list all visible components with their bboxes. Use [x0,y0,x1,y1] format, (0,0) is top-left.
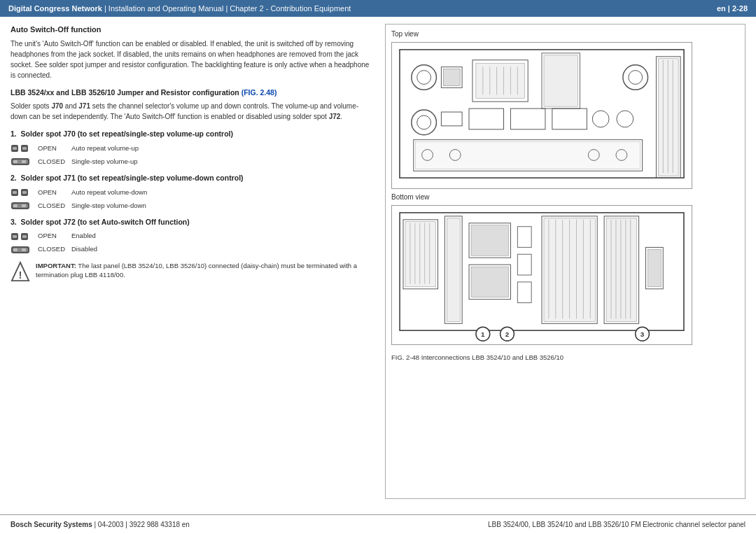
header-page-ref: en | 2-28 [717,4,748,13]
solder-j72-closed-row: CLOSED Disabled [10,244,374,255]
solder-j72-heading: 3. Solder spot J72 (to set Auto-switch O… [10,217,374,228]
header-subtitle: | Installation and Operating Manual | Ch… [102,4,351,13]
page-header: Digital Congress Network | Installation … [0,0,756,17]
svg-rect-15 [22,204,26,207]
svg-rect-1 [13,147,17,150]
jumper-closed-icon [10,156,34,167]
footer-right: LBB 3524/00, LBB 3524/10 and LBB 3526/10… [488,521,746,528]
important-label: IMPORTANT: [36,262,76,269]
important-body: The last panel (LBB 3524/10, LBB 3526/10… [36,262,357,279]
svg-rect-22 [13,248,18,251]
j70-open-label: OPEN [38,143,71,153]
lbb-config-heading: LBB 3524/xx and LBB 3526/10 Jumper and R… [10,87,374,99]
svg-rect-19 [22,235,27,238]
j72-closed-label: CLOSED [38,244,71,254]
left-column: Auto Switch-Off function The unit's 'Aut… [10,24,374,499]
svg-text:1: 1 [481,330,485,338]
important-text-block: IMPORTANT: The last panel (LBB 3524/10, … [36,261,374,280]
svg-rect-89 [606,218,637,322]
solder-j71-section: 2. Solder spot J71 (to set repeat/single… [10,173,374,211]
svg-text:!: ! [19,269,22,281]
svg-rect-6 [13,160,18,163]
page-footer: Bosch Security Systems | 04-2003 | 3922 … [0,514,756,534]
svg-rect-23 [22,248,26,251]
fig-caption: FIG. 2-48 Interconnections LBB 3524/10 a… [391,353,739,361]
j72-closed-desc: Disabled [71,244,97,254]
important-note: ! IMPORTANT: The last panel (LBB 3524/10… [10,261,374,283]
solder-j71-desc: (to set repeat/single-step volume-down c… [78,174,244,182]
footer-left: Bosch Security Systems | 04-2003 | 3922 … [10,521,190,528]
svg-rect-44 [544,55,578,106]
diagram-container: Top view [391,30,739,493]
header-title: Digital Congress Network | Installation … [8,4,351,13]
jumper-open-icon [10,143,34,154]
main-content: Auto Switch-Off function The unit's 'Aut… [0,17,756,506]
svg-rect-32 [443,69,460,86]
jumper-closed-j71-icon [10,200,34,211]
lbb-config-body: Solder spots J70 and J71 sets the channe… [10,101,374,122]
j71-open-label: OPEN [38,188,71,197]
solder-j72-desc: (to set Auto-switch Off function) [78,218,190,226]
svg-rect-96 [648,249,661,286]
bottom-view-diagram: 1 2 3 [391,205,692,345]
jumper-closed-j72-icon [10,244,34,255]
svg-rect-75 [471,267,508,297]
svg-rect-17 [13,235,17,238]
lbb-config-link[interactable]: (FIG. 2.48) [241,88,277,97]
solder-j72-open-row: OPEN Enabled [10,231,374,242]
solder-j72-label: Solder spot J72 [21,218,76,226]
svg-rect-11 [22,191,27,194]
lbb-config-label: LBB 3524/xx and LBB 3526/10 Jumper and R… [10,88,239,97]
svg-rect-9 [13,191,17,194]
solder-j70-section: 1. Solder spot J70 (to set repeat/single… [10,129,374,167]
footer-left-suffix: | 04-2003 | 3922 988 43318 en [92,521,190,528]
solder-j70-closed-row: CLOSED Single-step volume-up [10,156,374,167]
solder-j70-label: Solder spot J70 [21,129,76,138]
svg-rect-64 [405,222,436,287]
svg-text:3: 3 [640,330,645,338]
solder-j72-section: 3. Solder spot J72 (to set Auto-switch O… [10,217,374,255]
svg-rect-14 [13,204,18,207]
jumper-open-j72-icon [10,231,34,242]
solder-j71-closed-row: CLOSED Single-step volume-down [10,200,374,211]
j71-closed-desc: Single-step volume-down [71,201,146,211]
svg-rect-34 [476,64,524,99]
warning-triangle-icon: ! [10,261,30,283]
auto-switch-heading: Auto Switch-Off function [10,24,374,36]
svg-rect-73 [471,225,508,256]
footer-company: Bosch Security Systems [10,521,92,528]
solder-j71-heading: 2. Solder spot J71 (to set repeat/single… [10,173,374,184]
top-view-label: Top view [391,30,739,38]
bottom-view-label: Bottom view [391,193,739,201]
solder-j71-num: 2. [10,174,17,182]
jumper-open-j71-icon [10,187,34,198]
svg-rect-3 [22,147,27,150]
j70-closed-label: CLOSED [38,157,71,167]
solder-j70-open-row: OPEN Auto repeat volume-up [10,143,374,154]
j72-open-desc: Enabled [71,231,96,241]
svg-rect-46 [658,59,678,176]
j70-closed-desc: Single-step volume-up [71,157,138,167]
solder-j71-open-row: OPEN Auto repeat volume-down [10,187,374,198]
solder-j71-label: Solder spot J71 [21,174,76,182]
auto-switch-body: The unit's 'Auto Switch-Off' function ca… [10,38,374,80]
right-column: Top view [385,24,746,499]
svg-rect-71 [447,218,460,322]
solder-j70-desc: (to set repeat/single-step volume-up con… [78,129,233,138]
j71-open-desc: Auto repeat volume-down [71,188,147,197]
svg-rect-7 [22,160,26,163]
solder-j70-num: 1. [10,129,17,138]
solder-j70-heading: 1. Solder spot J70 (to set repeat/single… [10,129,374,140]
solder-j72-num: 3. [10,218,17,226]
j72-open-label: OPEN [38,231,71,241]
svg-text:2: 2 [505,330,510,338]
top-view-diagram [391,42,692,189]
j71-closed-label: CLOSED [38,201,71,211]
header-brand: Digital Congress Network [8,4,102,13]
j70-open-desc: Auto repeat volume-up [71,143,139,153]
